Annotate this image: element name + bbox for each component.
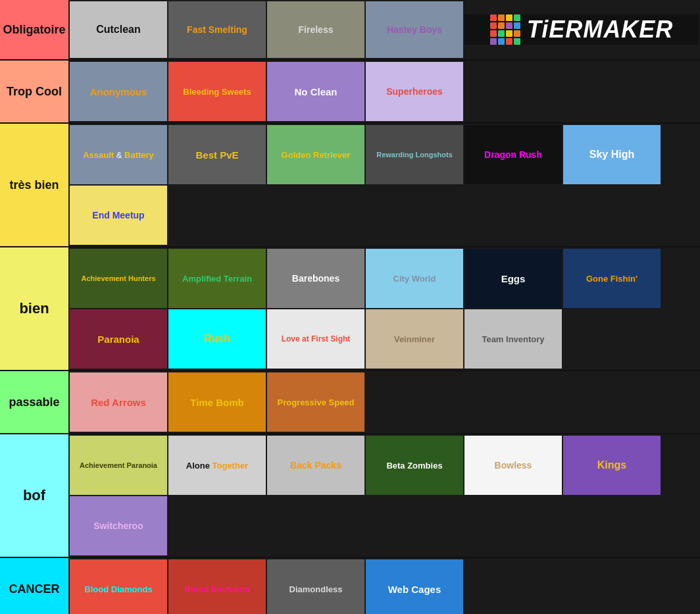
tres-bien-label: très bien: [0, 124, 68, 246]
logo-dot: [490, 22, 497, 29]
cell-end-meetup[interactable]: End Meetup: [70, 186, 167, 245]
header-cells: Cutclean Fast Smelting Fireless Hastey B…: [68, 0, 700, 59]
cell-blood-enchants[interactable]: Blood Enchants: [168, 559, 266, 614]
trop-cool-label: Trop Cool: [0, 61, 68, 122]
cell-amplified-terrain[interactable]: Amplified Terrain: [168, 249, 266, 308]
tier-row-passable: passable Red Arrows Time Bomb Progressiv…: [0, 371, 700, 434]
cell-red-arrows[interactable]: Red Arrows: [70, 372, 167, 432]
passable-cells: Red Arrows Time Bomb Progressive Speed: [68, 371, 700, 433]
cell-bowless[interactable]: Bowless: [464, 436, 562, 495]
logo-dot: [490, 14, 497, 21]
logo-dot: [498, 14, 505, 21]
cell-love-first-sight[interactable]: Love at First Sight: [267, 309, 364, 369]
trop-cool-cells: Anonymous Bleeding Sweets No Clean Super…: [68, 61, 700, 122]
cell-paranoia[interactable]: Paranoia: [70, 309, 167, 369]
cell-bleeding-sweets[interactable]: Bleeding Sweets: [168, 62, 266, 121]
tier-row-bof: bof Achievement Paranoia Alone Together …: [0, 434, 700, 558]
logo-dot: [506, 38, 512, 45]
cell-gone-fishin[interactable]: Gone Fishin': [563, 249, 661, 308]
cell-empty-bof1: [168, 496, 266, 555]
cell-anonymous[interactable]: Anonymous: [70, 62, 167, 121]
cell-switcheroo[interactable]: Switcheroo: [70, 496, 167, 555]
bof-label: bof: [0, 434, 68, 557]
cell-achievement-hunters[interactable]: Achievement Hunters: [70, 249, 167, 308]
cell-rewarding-longshots[interactable]: Rewarding Longshots: [366, 125, 463, 184]
cell-blood-diamonds[interactable]: Blood Diamonds: [70, 559, 167, 614]
cell-empty-tb4: [464, 186, 562, 245]
cell-empty-bof4: [464, 496, 562, 555]
logo-grid: [490, 14, 520, 45]
logo-text: TiERMAKER: [527, 16, 673, 43]
logo-dot: [498, 30, 505, 37]
tier-row-bien: bien Achievement Hunters Amplified Terra…: [0, 247, 700, 371]
bien-row-1: Achievement Hunters Amplified Terrain Ba…: [70, 249, 699, 308]
logo-dot: [506, 30, 512, 37]
cell-no-clean[interactable]: No Clean: [267, 62, 364, 121]
cell-beta-zombies[interactable]: Beta Zombies: [366, 436, 463, 495]
tier-table: Obligatoire Cutclean Fast Smelting Firel…: [0, 0, 700, 614]
tier-row-tres-bien: très bien Assault & Battery Best PvE Gol…: [0, 124, 700, 247]
cell-web-cages[interactable]: Web Cages: [366, 559, 463, 614]
cell-alone-together[interactable]: Alone Together: [168, 436, 266, 495]
cell-barebones[interactable]: Barebones: [267, 249, 364, 308]
cell-superheroes[interactable]: Superheroes: [366, 62, 463, 121]
cell-empty-bof5: [563, 496, 661, 555]
cell-time-bomb[interactable]: Time Bomb: [168, 372, 266, 432]
logo-dot: [514, 30, 520, 37]
logo-dot: [498, 38, 505, 45]
obligatoire-label: Obligatoire: [3, 23, 65, 37]
bof-row-1: Achievement Paranoia Alone Together Back…: [70, 436, 699, 495]
cell-golden-retriever[interactable]: Golden Retriever: [267, 125, 364, 184]
logo-dot: [506, 22, 512, 29]
cell-achievement-paranoia[interactable]: Achievement Paranoia: [70, 436, 167, 495]
logo-dot: [514, 38, 520, 45]
logo-dot: [498, 22, 505, 29]
cell-empty-tb5: [563, 186, 661, 245]
cell-empty-bof2: [267, 496, 364, 555]
cell-veinminer[interactable]: Veinminer: [366, 309, 463, 369]
logo-dot: [506, 14, 512, 21]
logo-dot: [490, 30, 497, 37]
cell-empty-tb3: [366, 186, 463, 245]
bien-label: bien: [0, 247, 68, 370]
cell-cutclean[interactable]: Cutclean: [70, 1, 167, 58]
bien-cells: Achievement Hunters Amplified Terrain Ba…: [68, 247, 700, 370]
cell-fast-smelting[interactable]: Fast Smelting: [168, 1, 266, 58]
cell-empty-bien: [563, 309, 661, 369]
logo-area: TiERMAKER: [464, 14, 699, 45]
header-row: Obligatoire Cutclean Fast Smelting Firel…: [0, 0, 700, 61]
bof-cells: Achievement Paranoia Alone Together Back…: [68, 434, 700, 557]
cell-empty-bof3: [366, 496, 463, 555]
cell-eggs[interactable]: Eggs: [464, 249, 562, 308]
cell-progressive-speed[interactable]: Progressive Speed: [267, 372, 364, 432]
logo-dot: [490, 38, 497, 45]
tier-row-trop-cool: Trop Cool Anonymous Bleeding Sweets No C…: [0, 61, 700, 124]
cell-empty-tb2: [267, 186, 364, 245]
cell-fireless[interactable]: Fireless: [267, 1, 364, 58]
passable-label: passable: [0, 371, 68, 433]
cell-best-pve[interactable]: Best PvE: [168, 125, 266, 184]
cell-kings[interactable]: Kings: [563, 436, 661, 495]
bien-row-2: Paranoia Rush Love at First Sight Veinmi…: [70, 309, 699, 369]
logo-dot: [514, 14, 520, 21]
tier-row-cancer: CANCER Blood Diamonds Blood Enchants Dia…: [0, 558, 700, 614]
cell-assault-battery[interactable]: Assault & Battery: [70, 125, 167, 184]
cell-dragon-rush[interactable]: Dragon Rush: [464, 125, 562, 184]
tres-bien-cells: Assault & Battery Best PvE Golden Retrie…: [68, 124, 700, 246]
cancer-cells: Blood Diamonds Blood Enchants Diamondles…: [68, 558, 700, 614]
cell-rush[interactable]: Rush: [168, 309, 266, 369]
tres-bien-row-1: Assault & Battery Best PvE Golden Retrie…: [70, 125, 699, 184]
cell-hastey-boys[interactable]: Hastey Boys: [366, 1, 463, 58]
cell-team-inventory[interactable]: Team Inventory: [464, 309, 562, 369]
cancer-label: CANCER: [0, 558, 68, 614]
header-label: Obligatoire: [0, 0, 68, 59]
cell-city-world[interactable]: City World: [366, 249, 463, 308]
cell-sky-high[interactable]: Sky High: [563, 125, 661, 184]
cell-back-packs[interactable]: Back Packs: [267, 436, 364, 495]
logo-dot: [514, 22, 520, 29]
cell-diamondless[interactable]: Diamondless: [267, 559, 364, 614]
cell-empty-tb1: [168, 186, 266, 245]
tres-bien-row-2: End Meetup: [70, 186, 699, 245]
bof-row-2: Switcheroo: [70, 496, 699, 555]
